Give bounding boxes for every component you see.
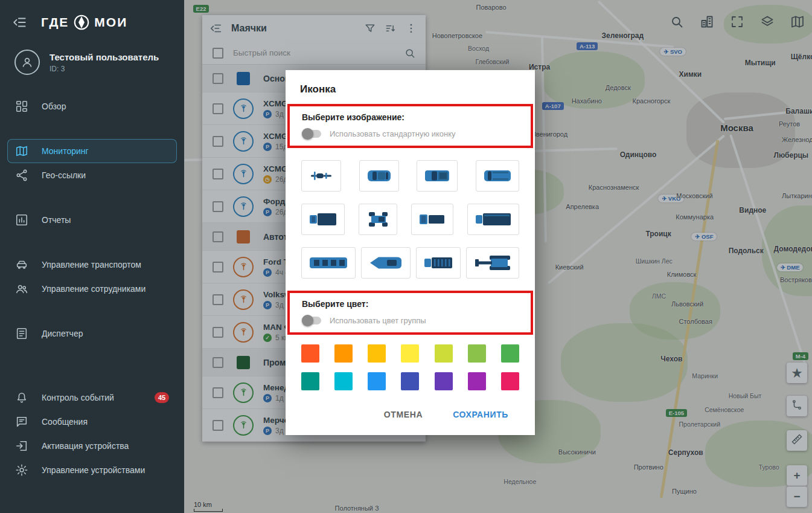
color-swatch[interactable] bbox=[334, 344, 353, 363]
color-swatch[interactable] bbox=[368, 372, 386, 390]
vehicle-icon-truck[interactable] bbox=[411, 204, 453, 235]
color-palette bbox=[286, 344, 535, 363]
sidebar-item-event-control[interactable]: Контроль событий 45 bbox=[7, 386, 177, 410]
messages-icon bbox=[15, 415, 28, 428]
dialog-actions: ОТМЕНА СОХРАНИТЬ bbox=[286, 400, 535, 433]
sidebar-item-geo-links[interactable]: Гео-ссылки bbox=[7, 163, 177, 187]
sidebar-nav: Обзор Мониторинг Гео-ссылки Отчеты Управ… bbox=[0, 94, 184, 482]
logo-text-left: ГДЕ bbox=[41, 15, 69, 30]
vehicle-icon-tractor[interactable] bbox=[359, 204, 397, 235]
user-name: Тестовый пользователь bbox=[50, 52, 159, 62]
color-swatch[interactable] bbox=[301, 372, 319, 390]
app-window: ГДЕ МОИ Тестовый пользователь ID: 3 Обзо… bbox=[0, 0, 812, 513]
vehicle-icon-box-truck[interactable] bbox=[301, 204, 345, 235]
vehicle-icon-motorcycle[interactable] bbox=[301, 160, 341, 192]
cancel-button[interactable]: ОТМЕНА bbox=[384, 410, 423, 419]
vehicle-icon-car[interactable] bbox=[359, 160, 399, 192]
color-swatch[interactable] bbox=[301, 344, 319, 363]
group-color-toggle-row: Использовать цвет группы bbox=[302, 316, 519, 325]
vehicle-icon-row-3 bbox=[286, 247, 535, 279]
dialog-title: Иконка bbox=[286, 70, 535, 100]
sidebar-item-messages[interactable]: Сообщения bbox=[7, 410, 177, 434]
sidebar: ГДЕ МОИ Тестовый пользователь ID: 3 Обзо… bbox=[0, 0, 184, 513]
user-profile[interactable]: Тестовый пользователь ID: 3 bbox=[0, 36, 184, 81]
dispatcher-icon bbox=[15, 327, 28, 340]
share-icon bbox=[15, 169, 28, 182]
logo-text-right: МОИ bbox=[94, 15, 127, 30]
vehicle-icon-pickup[interactable] bbox=[417, 160, 458, 192]
map-icon bbox=[15, 144, 28, 158]
vehicle-icon-boat[interactable] bbox=[361, 247, 411, 279]
sidebar-item-employees[interactable]: Управление сотрудниками bbox=[7, 277, 177, 301]
color-swatch[interactable] bbox=[401, 344, 419, 363]
app-logo: ГДЕ МОИ bbox=[41, 13, 127, 31]
vehicle-icon-row-1 bbox=[286, 160, 535, 192]
activation-icon bbox=[15, 439, 28, 453]
vehicle-icon-row-2 bbox=[286, 204, 535, 235]
annotation-highlight-image-section: Выберите изображение: Использовать станд… bbox=[287, 104, 533, 148]
color-swatch[interactable] bbox=[435, 344, 453, 363]
content-area: E22 Поварово Новопетровское Восход Глебо… bbox=[184, 0, 812, 513]
group-color-toggle[interactable] bbox=[302, 317, 321, 324]
user-id: ID: 3 bbox=[50, 65, 159, 73]
user-avatar-icon bbox=[14, 50, 40, 75]
toggle-knob bbox=[302, 315, 313, 326]
sidebar-item-monitoring[interactable]: Мониторинг bbox=[7, 139, 177, 163]
color-swatch[interactable] bbox=[334, 372, 353, 390]
sidebar-item-overview[interactable]: Обзор bbox=[7, 94, 177, 118]
devices-gear-icon bbox=[15, 463, 28, 477]
color-swatch[interactable] bbox=[401, 372, 419, 390]
color-palette-row-2 bbox=[286, 372, 535, 390]
sidebar-item-device-management[interactable]: Управление устройствами bbox=[7, 458, 177, 482]
bell-icon bbox=[15, 391, 28, 404]
event-count-badge: 45 bbox=[155, 392, 169, 403]
group-color-toggle-label: Использовать цвет группы bbox=[330, 316, 426, 325]
sidebar-item-transport[interactable]: Управление транспортом bbox=[7, 253, 177, 277]
annotation-highlight-color-section: Выберите цвет: Использовать цвет группы bbox=[287, 291, 533, 335]
color-swatch[interactable] bbox=[468, 372, 486, 390]
transport-icon bbox=[15, 258, 28, 271]
vehicle-icon-truck-trailer[interactable] bbox=[416, 247, 461, 279]
color-section-label: Выберите цвет: bbox=[302, 299, 519, 309]
image-section-label: Выберите изображение: bbox=[302, 112, 519, 122]
standard-icon-toggle-label: Использовать стандартную иконку bbox=[330, 129, 456, 138]
color-swatch[interactable] bbox=[368, 344, 386, 363]
vehicle-icon-long-truck[interactable] bbox=[467, 204, 519, 235]
save-button[interactable]: СОХРАНИТЬ bbox=[453, 410, 508, 419]
standard-icon-toggle-row: Использовать стандартную иконку bbox=[302, 129, 519, 138]
dashboard-icon bbox=[15, 100, 28, 113]
sidebar-item-device-activation[interactable]: Активация устройства bbox=[7, 434, 177, 458]
color-swatch[interactable] bbox=[501, 344, 519, 363]
sidebar-item-dispatcher[interactable]: Диспетчер bbox=[7, 321, 177, 346]
sidebar-item-reports[interactable]: Отчеты bbox=[7, 208, 177, 232]
standard-icon-toggle[interactable] bbox=[302, 130, 321, 138]
employees-icon bbox=[15, 282, 28, 295]
toggle-knob bbox=[302, 128, 313, 140]
reports-icon bbox=[15, 213, 28, 227]
vehicle-icon-excavator[interactable] bbox=[466, 247, 519, 279]
logo-compass-icon bbox=[72, 13, 91, 31]
color-swatch[interactable] bbox=[435, 372, 453, 390]
vehicle-icon-minivan[interactable] bbox=[476, 160, 519, 192]
color-swatch[interactable] bbox=[468, 344, 486, 363]
collapse-menu-icon[interactable] bbox=[12, 15, 28, 30]
color-swatch[interactable] bbox=[501, 372, 519, 390]
icon-dialog: Иконка Выберите изображение: Использоват… bbox=[286, 70, 535, 435]
vehicle-icon-bus[interactable] bbox=[301, 247, 356, 279]
